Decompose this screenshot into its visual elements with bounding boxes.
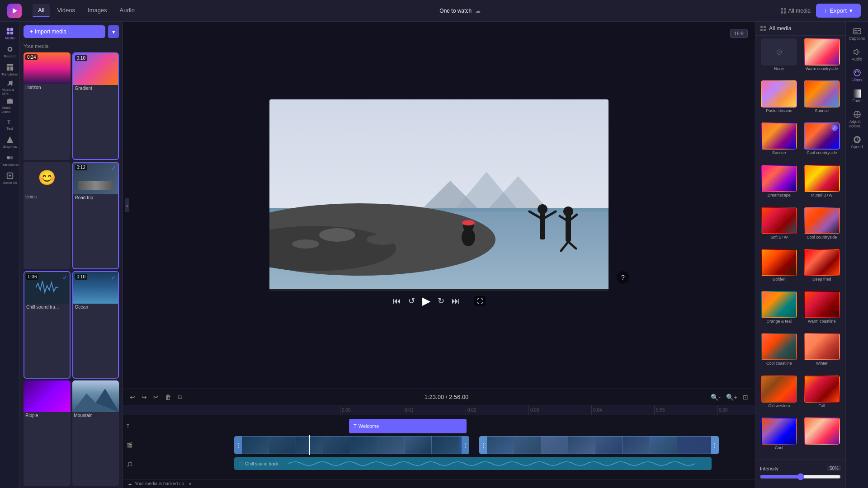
svg-rect-6 (10, 28, 13, 30)
sidebar-item-record[interactable]: Record (2, 43, 18, 60)
audio-track-clip[interactable]: 🎵 Chill sound track (234, 457, 712, 470)
import-media-button[interactable]: + Import media (24, 25, 105, 38)
video-track-content: ⋮ ⋮ (231, 435, 755, 455)
fade-label: Fade (852, 99, 862, 103)
sidebar-item-media[interactable]: Media (2, 25, 18, 42)
filter-item-cool-bottom[interactable]: Cool (759, 418, 799, 457)
sidebar-item-transitions[interactable]: Transitions (2, 152, 18, 168)
left-handle[interactable]: ⋮ (235, 436, 242, 454)
filter-item-pastel-dreams[interactable]: Pastel dreams (759, 80, 799, 120)
filter-item-muted-bw[interactable]: Muted B+W (802, 165, 842, 204)
preview-wrapper: ⏮ ↺ ▶ ↻ ⏭ ⛶ ? (269, 99, 609, 311)
media-item[interactable]: 0:36 Chill sound tra... ✓ (24, 271, 71, 379)
adjust-colors-button[interactable]: Adjust colors (848, 108, 867, 130)
filter-label-winter: Winter (816, 361, 828, 366)
filter-item-golden[interactable]: Golden (759, 249, 799, 288)
forward-button[interactable]: ↻ (438, 296, 444, 306)
filter-item-orange-teal[interactable]: Orange & teal (759, 291, 799, 330)
ruler-mark-2: 0:02 (466, 405, 528, 415)
text-track-clip[interactable]: T Welcome (349, 419, 467, 433)
svg-point-41 (563, 206, 573, 216)
collapse-panel-button[interactable]: ‹ (125, 198, 129, 212)
filter-thumb-cool-bottom (761, 418, 797, 445)
filter-item-cool-countryside[interactable]: ✓ Cool countryside (802, 122, 842, 162)
left-handle-right-seg[interactable]: ⋮ (480, 436, 487, 454)
export-button[interactable]: ↑ Export ▾ (816, 4, 861, 18)
filter-grid: ⊘ None Warm countryside Pastel dreams Su… (755, 36, 845, 460)
sidebar-item-templates[interactable]: Templates (2, 61, 18, 78)
filter-item-fall[interactable]: Fall (802, 375, 842, 415)
audio-track-row: 🎵 🎵 Chill sound track (123, 455, 755, 473)
ruler-mark-1: 0:01 (403, 405, 466, 415)
filter-item-warm-coastline[interactable]: Warm coastline (802, 291, 842, 330)
filter-item-winter[interactable]: Winter (802, 333, 842, 372)
media-item[interactable]: Mountain (72, 380, 119, 486)
fullscreen-button[interactable]: ⛶ (474, 296, 486, 306)
filter-item-cool-coastline[interactable]: Cool coastline (759, 333, 799, 372)
filter-item-old-western[interactable]: Old western (759, 375, 799, 415)
captions-button[interactable]: Captions (848, 25, 867, 42)
video-segment-right[interactable]: ⋮ ⋮ (479, 436, 719, 454)
fade-button[interactable]: Fade (848, 88, 867, 105)
media-item[interactable]: 😊 Emoji (24, 162, 71, 269)
filters-button[interactable]: Filters (848, 67, 867, 84)
cut-button[interactable]: ✂ (152, 392, 160, 402)
filter-item-dreamscape[interactable]: Dreamscape (759, 165, 799, 204)
text-track-label: T (123, 424, 231, 429)
media-item[interactable]: 0:10 Gradient ✓ (72, 52, 119, 160)
right-handle-left-seg[interactable]: ⋮ (462, 436, 469, 454)
filter-item-soft-bw[interactable]: Soft B+W (759, 207, 799, 246)
media-item[interactable]: 0:12 Road trip ✓ (72, 162, 119, 269)
help-button[interactable]: ? (617, 271, 629, 284)
zoom-out-button[interactable]: 🔍- (709, 392, 722, 402)
intensity-slider[interactable] (760, 473, 841, 480)
backup-label: Your media is backed up (135, 481, 184, 486)
media-item[interactable]: 0:10 Ocean ✓ (72, 271, 119, 379)
media-item[interactable]: 0:24 Horizon (24, 52, 71, 160)
right-handle-right-seg[interactable]: ⋮ (711, 436, 718, 454)
duplicate-button[interactable]: ⧉ (176, 392, 184, 402)
sidebar-label-transitions: Transitions (1, 163, 19, 167)
audio-track-label: 🎵 (123, 461, 231, 467)
redo-button[interactable]: ↪ (140, 392, 148, 402)
sidebar-label-templates: Templates (1, 72, 18, 76)
svg-rect-5 (6, 28, 9, 30)
filter-item-cool-countryside2[interactable]: Cool countryside (802, 207, 842, 246)
filter-item-extra[interactable] (802, 418, 842, 457)
filter-thumb-orange-teal (761, 291, 797, 318)
tab-videos[interactable]: Videos (52, 4, 80, 17)
audio-button[interactable]: Audio (848, 46, 867, 63)
ruler-ticks: 0:00 0:01 0:02 0:03 0:04 0:05 0:06 0:07 (123, 405, 755, 415)
sidebar-item-music[interactable]: Music & SFX (2, 80, 18, 96)
media-item[interactable]: Ripple (24, 380, 71, 486)
sidebar-item-stock[interactable]: Stock video (2, 98, 18, 114)
audio-icon: 🎵 (238, 461, 243, 466)
svg-rect-11 (6, 64, 13, 66)
play-button[interactable]: ▶ (422, 295, 430, 307)
tab-images[interactable]: Images (82, 4, 113, 17)
tab-all[interactable]: All (33, 4, 50, 17)
rewind-button[interactable]: ↺ (408, 296, 415, 306)
check-icon: ✓ (111, 55, 116, 62)
filter-item-none[interactable]: ⊘ None (759, 38, 799, 78)
skip-back-button[interactable]: ⏮ (393, 296, 401, 306)
fit-button[interactable]: ⊡ (741, 392, 750, 402)
filter-item-sunrise1[interactable]: Sunrise (802, 80, 842, 120)
video-segment-left[interactable]: ⋮ ⋮ (234, 436, 469, 454)
delete-button[interactable]: 🗑 (164, 392, 173, 402)
sidebar-item-graphics[interactable]: Graphics (2, 134, 18, 150)
skip-forward-button[interactable]: ⏭ (452, 296, 460, 306)
sidebar-label-text: Text (6, 127, 13, 131)
speed-button[interactable]: Speed (848, 134, 867, 151)
import-dropdown-button[interactable]: ▾ (108, 25, 119, 38)
sidebar-item-text[interactable]: T Text (2, 116, 18, 132)
zoom-in-button[interactable]: 🔍+ (725, 392, 739, 402)
undo-button[interactable]: ↩ (128, 392, 137, 402)
svg-point-37 (538, 204, 547, 214)
filter-item-warm-countryside[interactable]: Warm countryside (802, 38, 842, 78)
filter-item-sunrise2[interactable]: Sunrise (759, 122, 799, 162)
filter-item-deep-fried[interactable]: Deep fried (802, 249, 842, 288)
tab-audio[interactable]: Audio (114, 4, 140, 17)
sidebar-item-brand[interactable]: Brand kit (2, 170, 18, 186)
svg-rect-4 (784, 11, 786, 14)
